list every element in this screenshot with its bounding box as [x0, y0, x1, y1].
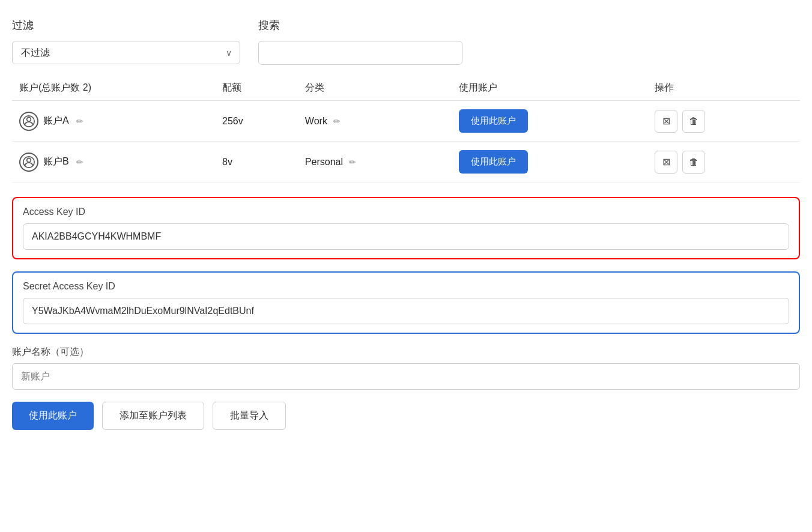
- edit-account-name-2-icon[interactable]: ✏: [76, 157, 83, 167]
- search-label: 搜索: [258, 18, 462, 32]
- svg-point-2: [27, 158, 31, 162]
- use-account-2-button[interactable]: 使用此账户: [459, 150, 528, 174]
- bottom-buttons: 使用此账户 添加至账户列表 批量导入: [12, 402, 800, 430]
- use-btn-cell-2: 使用此账户: [452, 142, 647, 183]
- secret-key-input[interactable]: [23, 298, 789, 324]
- search-group: 搜索: [258, 18, 462, 65]
- filter-group: 过滤 不过滤 ∨: [12, 18, 240, 64]
- edit-category-1-icon[interactable]: ✏: [333, 116, 341, 126]
- category-cell-1: Work ✏: [298, 101, 452, 142]
- table-row: 账户B ✏ 8v Personal ✏ 使用此账户 ⊠: [12, 142, 800, 183]
- account-icon-1: [19, 112, 38, 131]
- action-cell-1: ⊠ 🗑: [647, 101, 800, 142]
- delete-account-2-button[interactable]: 🗑: [682, 151, 705, 174]
- secret-key-label: Secret Access Key ID: [23, 281, 789, 292]
- edit-account-name-1-icon[interactable]: ✏: [76, 116, 83, 126]
- access-key-input[interactable]: [23, 223, 789, 250]
- col-quota: 配额: [215, 76, 298, 101]
- delete-icon-1: 🗑: [689, 116, 698, 127]
- filter-select[interactable]: 不过滤: [12, 41, 240, 64]
- use-account-1-button[interactable]: 使用此账户: [459, 109, 528, 133]
- account-name-optional-label: 账户名称（可选）: [12, 346, 800, 358]
- access-key-section: Access Key ID: [12, 197, 800, 259]
- use-btn-cell-1: 使用此账户: [452, 101, 647, 142]
- accounts-table: 账户(总账户数 2) 配额 分类 使用账户 操作 账户A: [12, 76, 800, 183]
- account-name-1: 账户A: [43, 115, 69, 127]
- account-name-cell-1: 账户A ✏: [12, 101, 215, 142]
- mask-icon-1: ⊠: [662, 115, 670, 127]
- access-key-label: Access Key ID: [23, 207, 789, 217]
- mask-icon-2: ⊠: [662, 156, 670, 168]
- col-category: 分类: [298, 76, 452, 101]
- account-name-section: 账户名称（可选）: [12, 346, 800, 390]
- delete-account-1-button[interactable]: 🗑: [682, 110, 705, 133]
- account-icon-2: [19, 153, 38, 172]
- batch-import-button[interactable]: 批量导入: [213, 402, 286, 430]
- action-cell-2: ⊠ 🗑: [647, 142, 800, 183]
- account-name-input[interactable]: [12, 363, 800, 390]
- quota-1: 256v: [215, 101, 298, 142]
- mask-account-2-button[interactable]: ⊠: [655, 151, 677, 174]
- col-use: 使用账户: [452, 76, 647, 101]
- account-name-cell-2: 账户B ✏: [12, 142, 215, 183]
- account-name-2: 账户B: [43, 156, 69, 168]
- filter-label: 过滤: [12, 18, 240, 32]
- delete-icon-2: 🗑: [689, 157, 698, 168]
- secret-key-section: Secret Access Key ID: [12, 271, 800, 334]
- edit-category-2-icon[interactable]: ✏: [349, 157, 356, 167]
- search-input[interactable]: [258, 41, 462, 65]
- category-1: Work: [305, 116, 327, 127]
- filter-select-wrapper: 不过滤 ∨: [12, 41, 240, 64]
- mask-account-1-button[interactable]: ⊠: [655, 110, 677, 133]
- col-account: 账户(总账户数 2): [12, 76, 215, 101]
- table-row: 账户A ✏ 256v Work ✏ 使用此账户 ⊠: [12, 101, 800, 142]
- col-action: 操作: [647, 76, 800, 101]
- category-2: Personal: [305, 157, 343, 168]
- category-cell-2: Personal ✏: [298, 142, 452, 183]
- use-account-primary-button[interactable]: 使用此账户: [12, 402, 94, 430]
- add-to-list-button[interactable]: 添加至账户列表: [102, 402, 204, 430]
- quota-2: 8v: [215, 142, 298, 183]
- svg-point-0: [27, 117, 31, 121]
